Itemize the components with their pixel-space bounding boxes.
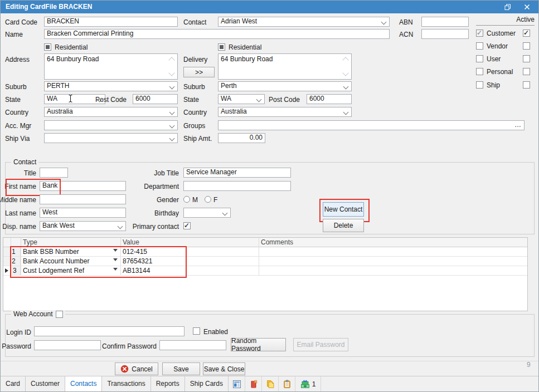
type-dropdown-icon[interactable] [113,249,118,252]
comments-column-header[interactable]: Comments [261,238,293,246]
tab-reports[interactable]: Reports [151,376,185,391]
email-password-button[interactable]: Email Password [293,338,348,351]
value-cell[interactable]: AB13144 [123,267,150,275]
type-cell[interactable]: Bank BSB Number [23,248,79,256]
close-icon[interactable] [518,1,535,13]
value-column-header[interactable]: Value [123,238,139,246]
tab-card[interactable]: Card [1,376,26,391]
table-row[interactable]: 1 Bank BSB Number 012-415 [3,247,527,257]
chevron-down-icon[interactable] [118,224,123,229]
new-contact-button[interactable]: New Contact [323,202,364,217]
scroll-down-icon[interactable] [168,70,174,76]
random-password-button[interactable]: Random Password [231,338,286,351]
delivery-state-combo[interactable]: WA [218,94,265,104]
copy-icon[interactable] [262,376,279,391]
delivery-address-textarea[interactable]: 64 Bunbury Road [218,53,352,80]
residential-checkbox[interactable] [44,43,51,51]
address-textarea[interactable]: 64 Bunbury Road [44,53,178,80]
vendor-checkbox[interactable] [476,42,483,50]
print-preview-icon[interactable] [229,376,245,391]
chevron-down-icon[interactable] [222,210,228,216]
groups-ellipsis-button[interactable]: … [514,121,522,129]
personal-checkbox[interactable] [476,68,483,75]
personal-active-checkbox[interactable] [523,68,530,75]
gender-male-radio[interactable] [183,196,190,203]
title-field[interactable] [40,168,68,178]
row-selector[interactable]: 3 [11,266,21,275]
chevron-down-icon[interactable] [256,97,262,102]
customer-checkbox[interactable] [476,30,483,37]
abn-field[interactable] [421,17,469,27]
delivery-residential-checkbox[interactable] [218,43,225,51]
middle-name-field[interactable] [40,194,126,204]
type-dropdown-icon[interactable] [113,258,118,261]
contact-combo[interactable]: Adrian West [218,17,390,27]
journal-icon[interactable] [245,376,262,391]
name-field[interactable]: Bracken Commercial Printing [44,29,390,39]
money-gift-cell[interactable]: 1 [295,376,321,391]
delivery-country-combo[interactable]: Australia [218,107,352,117]
tab-transactions[interactable]: Transactions [102,376,150,391]
birthday-combo[interactable] [183,208,231,218]
last-name-field[interactable]: West [40,208,126,218]
save-button[interactable]: Save [162,362,200,375]
customer-active-checkbox[interactable] [523,30,530,37]
ship-via-combo[interactable] [44,133,178,143]
user-active-checkbox[interactable] [523,55,530,62]
suburb-combo[interactable]: PERTH [44,81,178,91]
type-column-header[interactable]: Type [23,238,37,246]
country-combo[interactable]: Australia [44,107,178,117]
vendor-active-checkbox[interactable] [523,42,530,50]
disp-name-combo[interactable]: Bank West [40,221,126,231]
table-row[interactable]: 3 Cust Lodgement Ref AB13144 [3,266,527,276]
restore-icon[interactable] [499,1,516,13]
scroll-up-icon[interactable] [342,57,348,63]
acc-mgr-combo[interactable] [44,120,178,130]
ship-checkbox[interactable] [476,81,483,89]
card-code-field[interactable]: BRACKEN [44,17,178,27]
row-selector[interactable]: 2 [3,257,21,266]
acn-field[interactable] [421,29,469,39]
tab-ship-cards[interactable]: Ship Cards [185,376,229,391]
ship-active-checkbox[interactable] [523,81,530,89]
ship-amt-field[interactable]: 0.00 [218,133,265,143]
tab-customer[interactable]: Customer [26,376,65,391]
confirm-password-field[interactable] [159,340,226,350]
clipboard-icon[interactable] [279,376,295,391]
login-id-field[interactable] [34,326,184,336]
chevron-down-icon[interactable] [169,136,175,141]
cancel-button[interactable]: Cancel [115,362,158,375]
value-cell[interactable]: 87654321 [123,257,152,265]
job-title-field[interactable]: Service Manager [183,168,291,178]
delete-contact-button[interactable]: Delete [323,219,364,232]
primary-contact-checkbox[interactable] [183,222,191,229]
delivery-suburb-combo[interactable]: Perth [218,81,352,91]
type-dropdown-icon[interactable] [113,268,118,271]
chevron-down-icon[interactable] [169,110,175,115]
first-name-field[interactable]: Bank [40,181,126,191]
type-cell[interactable]: Cust Lodgement Ref [23,267,84,275]
enabled-checkbox[interactable] [193,327,200,335]
tab-contacts[interactable]: Contacts [65,376,102,391]
table-row[interactable]: 2 Bank Account Number 87654321 [3,257,527,266]
chevron-down-icon[interactable] [169,123,175,129]
value-cell[interactable]: 012-415 [123,248,147,256]
scroll-up-icon[interactable] [168,57,174,63]
type-cell[interactable]: Bank Account Number [23,257,89,265]
row-selector[interactable]: 1 [3,247,21,256]
chevron-down-icon[interactable] [343,84,349,90]
gender-female-radio[interactable] [205,196,211,203]
chevron-down-icon[interactable] [169,84,175,90]
groups-field[interactable]: … [218,120,525,130]
chevron-down-icon[interactable] [381,19,387,25]
postcode-field[interactable]: 6000 [133,94,178,104]
department-field[interactable] [183,181,291,191]
copy-address-button[interactable]: >> [183,67,215,77]
user-checkbox[interactable] [476,55,483,62]
scroll-down-icon[interactable] [342,70,348,76]
chevron-down-icon[interactable] [343,110,349,115]
web-account-checkbox[interactable] [56,311,63,318]
footer-divider [1,361,538,361]
save-close-button[interactable]: Save & Close [203,362,245,375]
delivery-postcode-field[interactable]: 6000 [307,94,352,104]
